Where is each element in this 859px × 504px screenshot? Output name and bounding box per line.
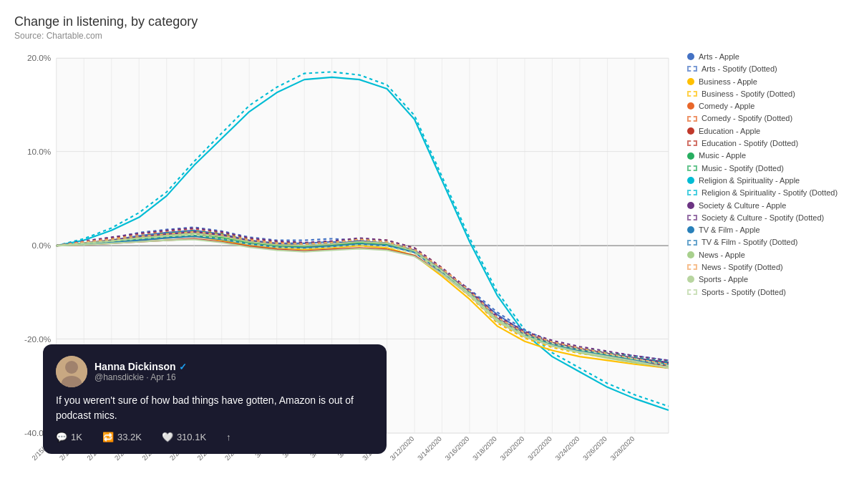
legend-dot-religion-spotify — [687, 190, 697, 195]
legend-dot-arts-spotify — [687, 66, 697, 72]
legend-dot-sports-apple — [687, 276, 694, 283]
legend-item: Business - Spotify (Dotted) — [687, 89, 845, 99]
retweet-icon: 🔁 — [102, 432, 114, 442]
legend-label: Arts - Spotify (Dotted) — [702, 64, 777, 74]
svg-text:10.0%: 10.0% — [27, 147, 52, 156]
tweet-overlay: Hanna Dickinson ✓ @hansdickie · Apr 16 I… — [43, 344, 387, 454]
legend-dot-news-spotify — [687, 264, 697, 270]
legend-dot-sports-spotify — [687, 289, 697, 295]
legend-item: Business - Apple — [687, 77, 845, 87]
tweet-header: Hanna Dickinson ✓ @hansdickie · Apr 16 — [56, 356, 374, 387]
legend-item: Sports - Apple — [687, 274, 845, 284]
legend-dot-news-apple — [687, 251, 694, 258]
legend-dot-music-spotify — [687, 165, 697, 171]
legend-dot-music-apple — [687, 152, 694, 160]
share-icon: ↑ — [226, 432, 231, 442]
legend-label: Religion & Spirituality - Apple — [699, 175, 800, 185]
legend-dot-business-apple — [687, 78, 694, 85]
legend-item: Religion & Spirituality - Spotify (Dotte… — [687, 188, 845, 198]
legend-item: Education - Apple — [687, 126, 845, 136]
legend-label: Sports - Spotify (Dotted) — [702, 287, 786, 297]
legend-label: Religion & Spirituality - Spotify (Dotte… — [702, 188, 838, 198]
chart-area: 20.0% 10.0% 0.0% -20.0% -40.0% — [14, 48, 680, 497]
svg-text:3/12/2020: 3/12/2020 — [388, 435, 415, 462]
chart-source: Source: Chartable.com — [14, 31, 845, 41]
legend-dot-society-spotify — [687, 215, 697, 220]
legend-item: Music - Apple — [687, 150, 845, 160]
legend-item: TV & Film - Spotify (Dotted) — [687, 237, 845, 247]
svg-text:3/18/2020: 3/18/2020 — [471, 435, 498, 462]
tweet-user-info: Hanna Dickinson ✓ @hansdickie · Apr 16 — [94, 361, 187, 382]
legend-label: Education - Apple — [699, 126, 760, 136]
svg-text:20.0%: 20.0% — [27, 53, 52, 62]
legend-label: TV & Film - Apple — [699, 225, 760, 235]
legend-item: News - Apple — [687, 250, 845, 260]
tweet-handle-date: @hansdickie · Apr 16 — [94, 372, 187, 382]
legend-label: Comedy - Apple — [699, 101, 754, 111]
legend-label: Music - Spotify (Dotted) — [702, 163, 784, 173]
legend-label: Education - Spotify (Dotted) — [702, 138, 798, 148]
chart-container: Change in listening, by category Source:… — [0, 0, 859, 504]
tweet-text: If you weren't sure of how bad things ha… — [56, 393, 374, 423]
legend-item: Arts - Apple — [687, 52, 845, 62]
legend-item: Education - Spotify (Dotted) — [687, 138, 845, 148]
legend-label: Music - Apple — [699, 150, 746, 160]
legend-label: Society & Culture - Spotify (Dotted) — [702, 213, 824, 223]
tweet-share[interactable]: ↑ — [226, 432, 231, 442]
legend-item: Arts - Spotify (Dotted) — [687, 64, 845, 74]
svg-text:3/16/2020: 3/16/2020 — [443, 435, 470, 462]
legend-dot-education-spotify — [687, 140, 697, 146]
legend-dot-arts-apple — [687, 53, 694, 60]
svg-text:3/14/2020: 3/14/2020 — [416, 435, 443, 462]
legend-item: Comedy - Spotify (Dotted) — [687, 113, 845, 123]
chart-body: 20.0% 10.0% 0.0% -20.0% -40.0% — [14, 48, 845, 497]
legend-item: Music - Spotify (Dotted) — [687, 163, 845, 173]
svg-point-57 — [65, 361, 78, 374]
legend-dot-comedy-spotify — [687, 116, 697, 122]
tweet-actions: 💬 1K 🔁 33.2K 🤍 310.1K ↑ — [56, 432, 374, 442]
legend-label: Arts - Apple — [699, 52, 739, 62]
tweet-name: Hanna Dickinson ✓ — [94, 361, 187, 372]
legend-label: News - Spotify (Dotted) — [702, 262, 783, 272]
legend-dot-society-apple — [687, 202, 694, 209]
tweet-likes[interactable]: 🤍 310.1K — [162, 432, 206, 442]
svg-text:3/22/2020: 3/22/2020 — [526, 435, 553, 462]
reply-icon: 💬 — [56, 432, 67, 442]
legend-dot-tv-apple — [687, 226, 694, 233]
legend-dot-religion-apple — [687, 177, 694, 184]
legend-label: Business - Apple — [699, 77, 757, 87]
tweet-replies[interactable]: 💬 1K — [56, 432, 82, 442]
legend-label: Business - Spotify (Dotted) — [702, 89, 795, 99]
legend-dot-business-spotify — [687, 91, 697, 97]
legend-label: TV & Film - Spotify (Dotted) — [702, 237, 797, 247]
svg-text:3/28/2020: 3/28/2020 — [608, 435, 636, 462]
verified-badge: ✓ — [179, 362, 187, 372]
legend-item: Religion & Spirituality - Apple — [687, 175, 845, 185]
legend-label: Comedy - Spotify (Dotted) — [702, 113, 792, 123]
legend-label: Sports - Apple — [699, 274, 748, 284]
legend-item: Society & Culture - Apple — [687, 200, 845, 210]
legend-item: TV & Film - Apple — [687, 225, 845, 235]
tweet-retweets[interactable]: 🔁 33.2K — [102, 432, 142, 442]
chart-title: Change in listening, by category — [14, 14, 845, 29]
legend-dot-education-apple — [687, 127, 694, 135]
legend-dot-tv-spotify — [687, 240, 697, 246]
legend-item: Society & Culture - Spotify (Dotted) — [687, 213, 845, 223]
legend-item: News - Spotify (Dotted) — [687, 262, 845, 272]
svg-text:-20.0%: -20.0% — [24, 334, 52, 344]
svg-text:3/26/2020: 3/26/2020 — [581, 435, 608, 462]
legend-label: Society & Culture - Apple — [699, 200, 786, 210]
legend-item: Comedy - Apple — [687, 101, 845, 111]
like-icon: 🤍 — [162, 432, 173, 442]
legend-item: Sports - Spotify (Dotted) — [687, 287, 845, 297]
legend: Arts - Apple Arts - Spotify (Dotted) Bus… — [687, 48, 845, 497]
legend-dot-comedy-apple — [687, 102, 694, 110]
svg-text:3/20/2020: 3/20/2020 — [498, 435, 525, 462]
legend-label: News - Apple — [699, 250, 745, 260]
svg-text:3/24/2020: 3/24/2020 — [553, 435, 581, 462]
tweet-avatar — [56, 356, 87, 387]
svg-text:0.0%: 0.0% — [32, 241, 52, 250]
